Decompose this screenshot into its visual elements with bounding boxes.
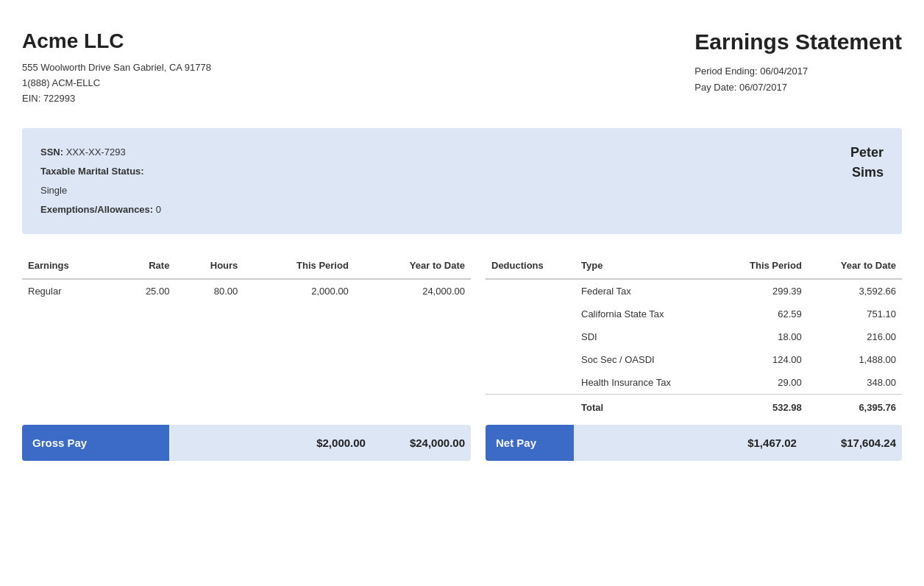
deductions-col-header: Deductions bbox=[486, 253, 575, 279]
statement-info: Earnings Statement Period Ending: 06/04/… bbox=[694, 29, 902, 96]
tables-section: Earnings Rate Hours This Period Year to … bbox=[22, 253, 902, 419]
employee-info-box: SSN: XXX-XX-7293 Taxable Marital Status:… bbox=[22, 128, 902, 234]
deduction-ytd-4: 1,488.00 bbox=[808, 348, 902, 371]
earnings-header-row: Earnings Rate Hours This Period Year to … bbox=[22, 253, 471, 279]
total-ytd: 6,395.76 bbox=[808, 395, 902, 420]
deductions-table: Deductions Type This Period Year to Date… bbox=[486, 253, 902, 419]
deduction-row-4: Soc Sec / OASDI 124.00 1,488.00 bbox=[486, 348, 902, 371]
earnings-row: Regular 25.00 80.00 2,000.00 24,000.00 bbox=[22, 279, 471, 303]
spacer-row-3 bbox=[22, 326, 471, 338]
earnings-section: Earnings Rate Hours This Period Year to … bbox=[22, 253, 471, 361]
total-empty bbox=[486, 395, 575, 420]
ssn-value: XXX-XX-7293 bbox=[66, 146, 126, 158]
employee-first-name: Peter bbox=[850, 145, 884, 160]
marital-value: Single bbox=[40, 185, 67, 196]
spacer-row-2 bbox=[22, 314, 471, 326]
deduction-empty-4 bbox=[486, 348, 575, 371]
earnings-hours: 80.00 bbox=[175, 279, 244, 303]
employee-last-name: Sims bbox=[852, 165, 884, 180]
gross-pay-this-period: $2,000.00 bbox=[316, 437, 366, 449]
deductions-header-row: Deductions Type This Period Year to Date bbox=[486, 253, 902, 279]
company-phone: 1(888) ACM-ELLC bbox=[22, 76, 211, 91]
deduction-row-3: SDI 18.00 216.00 bbox=[486, 325, 902, 348]
employee-details-left: SSN: XXX-XX-7293 Taxable Marital Status:… bbox=[40, 143, 161, 219]
spacer-row bbox=[22, 303, 471, 314]
deductions-ytd-header: Year to Date bbox=[808, 253, 902, 279]
net-pay-amounts: $1,467.02 $17,604.24 bbox=[574, 425, 902, 461]
deduction-empty-3 bbox=[486, 325, 575, 348]
net-pay-ytd: $17,604.24 bbox=[841, 437, 896, 449]
statement-title: Earnings Statement bbox=[694, 29, 902, 54]
gross-pay-amounts: $2,000.00 $24,000.00 bbox=[169, 425, 471, 461]
company-address: 555 Woolworth Drive San Gabriel, CA 9177… bbox=[22, 60, 211, 76]
deduction-type-3: SDI bbox=[575, 325, 718, 348]
earnings-footer: Gross Pay $2,000.00 $24,000.00 bbox=[22, 425, 471, 461]
net-pay-this-period: $1,467.02 bbox=[747, 437, 797, 449]
deduction-this-period-4: 124.00 bbox=[718, 348, 808, 371]
total-this-period: 532.98 bbox=[718, 395, 808, 420]
deduction-ytd-3: 216.00 bbox=[808, 325, 902, 348]
deduction-this-period-2: 62.59 bbox=[718, 303, 808, 325]
earnings-ytd: 24,000.00 bbox=[355, 279, 471, 303]
ssn-label: SSN: bbox=[40, 146, 63, 158]
footer-bars-row: Gross Pay $2,000.00 $24,000.00 Net Pay $… bbox=[22, 425, 902, 461]
deductions-section: Deductions Type This Period Year to Date… bbox=[486, 253, 902, 419]
spacer-row-5 bbox=[22, 350, 471, 361]
this-period-col-header: This Period bbox=[244, 253, 355, 279]
net-pay-bar-container: Net Pay $1,467.02 $17,604.24 bbox=[486, 425, 902, 461]
deduction-row-2: California State Tax 62.59 751.10 bbox=[486, 303, 902, 325]
spacer-row-4 bbox=[22, 338, 471, 350]
deduction-empty-1 bbox=[486, 279, 575, 303]
hours-col-header: Hours bbox=[175, 253, 244, 279]
type-col-header: Type bbox=[575, 253, 718, 279]
deduction-row-1: Federal Tax 299.39 3,592.66 bbox=[486, 279, 902, 303]
deductions-total-row: Total 532.98 6,395.76 bbox=[486, 395, 902, 420]
deduction-empty-5 bbox=[486, 371, 575, 395]
earnings-this-period: 2,000.00 bbox=[244, 279, 355, 303]
pay-date: Pay Date: 06/07/2017 bbox=[694, 80, 902, 96]
deduction-ytd-1: 3,592.66 bbox=[808, 279, 902, 303]
deduction-this-period-1: 299.39 bbox=[718, 279, 808, 303]
deduction-empty-2 bbox=[486, 303, 575, 325]
earnings-type: Regular bbox=[22, 279, 113, 303]
page-header: Acme LLC 555 Woolworth Drive San Gabriel… bbox=[22, 29, 902, 106]
deduction-row-5: Health Insurance Tax 29.00 348.00 bbox=[486, 371, 902, 395]
deduction-type-4: Soc Sec / OASDI bbox=[575, 348, 718, 371]
deductions-this-period-header: This Period bbox=[718, 253, 808, 279]
deduction-this-period-3: 18.00 bbox=[718, 325, 808, 348]
period-ending: Period Ending: 06/04/2017 bbox=[694, 63, 902, 80]
gross-pay-label: Gross Pay bbox=[22, 425, 169, 461]
deduction-ytd-5: 348.00 bbox=[808, 371, 902, 395]
earnings-table: Earnings Rate Hours This Period Year to … bbox=[22, 253, 471, 361]
deduction-type-2: California State Tax bbox=[575, 303, 718, 325]
exemptions-value: 0 bbox=[156, 204, 161, 215]
deduction-ytd-2: 751.10 bbox=[808, 303, 902, 325]
marital-label: Taxable Marital Status: bbox=[40, 166, 144, 177]
employee-name: Peter Sims bbox=[850, 143, 884, 183]
deduction-type-1: Federal Tax bbox=[575, 279, 718, 303]
deductions-footer: Net Pay $1,467.02 $17,604.24 bbox=[486, 425, 902, 461]
year-to-date-col-header: Year to Date bbox=[355, 253, 471, 279]
exemptions-label: Exemptions/Allowances: bbox=[40, 204, 153, 215]
gross-pay-bar-container: Gross Pay $2,000.00 $24,000.00 bbox=[22, 425, 471, 461]
rate-col-header: Rate bbox=[113, 253, 175, 279]
company-name: Acme LLC bbox=[22, 29, 211, 53]
deduction-this-period-5: 29.00 bbox=[718, 371, 808, 395]
earnings-col-header: Earnings bbox=[22, 253, 113, 279]
total-label: Total bbox=[575, 395, 718, 420]
gross-pay-ytd: $24,000.00 bbox=[410, 437, 465, 449]
net-pay-label: Net Pay bbox=[486, 425, 574, 461]
company-info: Acme LLC 555 Woolworth Drive San Gabriel… bbox=[22, 29, 211, 106]
company-ein: EIN: 722993 bbox=[22, 91, 211, 107]
earnings-rate: 25.00 bbox=[113, 279, 175, 303]
deduction-type-5: Health Insurance Tax bbox=[575, 371, 718, 395]
